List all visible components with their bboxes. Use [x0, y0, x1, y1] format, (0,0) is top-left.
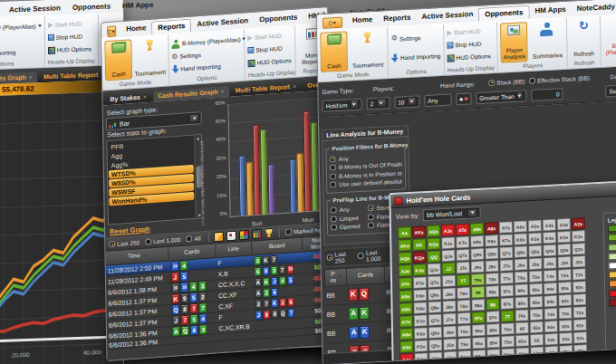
hand-cell-86s[interactable]: 86s: [515, 296, 528, 309]
hand-cell-jts[interactable]: JTs: [457, 262, 470, 274]
hand-cell-84s[interactable]: 84s: [544, 295, 557, 308]
hand-importing-button[interactable]: Hand Importing: [391, 52, 441, 62]
hand-cell-62s[interactable]: 62s: [573, 319, 587, 331]
hand-cell-k5o[interactable]: K5o: [414, 340, 428, 352]
hand-cell-kts[interactable]: KTs: [456, 236, 469, 249]
hand-cell-66[interactable]: 66: [515, 321, 529, 334]
column-header-p-os[interactable]: P os: [325, 268, 347, 285]
hand-cell-qjo[interactable]: QJo: [428, 263, 441, 275]
hand-cell-a6s[interactable]: A6s: [514, 220, 527, 233]
filter-radio-last-1-000[interactable]: Last 1,000: [145, 236, 183, 245]
hand-cell-a7s[interactable]: A7s: [499, 221, 513, 234]
hand-cell-ajo[interactable]: AJo: [399, 264, 412, 277]
hand-cell-a5o[interactable]: A5o: [399, 340, 413, 353]
hand-cell-kqs[interactable]: KQs: [427, 237, 440, 250]
hand-cell-a5s[interactable]: A5s: [528, 219, 542, 232]
start-hud-button[interactable]: Start HUD: [48, 21, 91, 29]
game-type-dropdown[interactable]: Hold'em: [322, 98, 362, 111]
hand-cell-t5s[interactable]: T5s: [529, 270, 543, 283]
stop-hud-button[interactable]: Stop HUD: [48, 33, 91, 41]
comparator-dropdown[interactable]: Greater Than: [476, 90, 526, 104]
bar-chart-icon[interactable]: [251, 229, 261, 240]
preflop-option-any[interactable]: Any: [331, 206, 366, 214]
start-hud-button[interactable]: Start HUD: [447, 27, 490, 36]
hand-cell-ako[interactable]: AKo: [398, 239, 411, 252]
hand-cell-52s[interactable]: 52s: [573, 331, 587, 344]
hand-cell-k8s[interactable]: K8s: [485, 235, 498, 247]
hand-cell-q5o[interactable]: Q5o: [428, 339, 442, 351]
filter-radio-all[interactable]: All: [186, 235, 203, 242]
hand-cell-aqs[interactable]: AQs: [427, 225, 440, 237]
hand-cell-t4s[interactable]: T4s: [544, 270, 557, 283]
close-icon[interactable]: ×: [293, 83, 296, 90]
hand-cell-jto[interactable]: JTo: [442, 275, 456, 288]
hand-cell-j7o[interactable]: J7o: [443, 313, 457, 326]
close-icon[interactable]: ×: [143, 93, 147, 100]
stack-value-input[interactable]: 0: [531, 88, 563, 101]
hand-cell-q7s[interactable]: Q7s: [499, 246, 513, 259]
hand-cell-85s[interactable]: 85s: [529, 295, 543, 308]
hand-cell-k9s[interactable]: K9s: [470, 235, 484, 248]
position-option-use-user-defined-absolute[interactable]: Use user defined absolute: [330, 177, 402, 187]
hand-cell-j9o[interactable]: J9o: [442, 288, 456, 301]
hand-cell-q3s[interactable]: Q3s: [557, 244, 571, 256]
hand-cell-j9s[interactable]: J9s: [471, 261, 485, 273]
player-analysis-button[interactable]: Player Analysis: [500, 22, 528, 63]
hand-cell-82s[interactable]: 82s: [573, 293, 586, 306]
hand-cell-54s[interactable]: 54s: [544, 333, 558, 346]
hand-cell-q4s[interactable]: Q4s: [543, 244, 556, 257]
hand-cell-k9o[interactable]: K9o: [413, 289, 427, 302]
hand-cell-qjs[interactable]: QJs: [441, 249, 455, 262]
trophy-icon[interactable]: [264, 228, 274, 239]
hand-cell-j3s[interactable]: J3s: [557, 256, 571, 269]
hand-cell-t8s[interactable]: T8s: [486, 273, 499, 285]
hand-cell-98s[interactable]: 98s: [486, 285, 499, 298]
target-player-button[interactable]: B-Money (PlayersAlias): [603, 15, 616, 57]
hand-cell-98o[interactable]: 98o: [471, 299, 485, 311]
hand-cell-q8s[interactable]: Q8s: [485, 247, 498, 260]
hand-cell-76o[interactable]: 76o: [501, 322, 515, 335]
hand-cell-t3s[interactable]: T3s: [558, 269, 572, 282]
app-menu-button[interactable]: [107, 25, 116, 37]
hand-cell-j8s[interactable]: J8s: [486, 260, 499, 273]
hand-cell-j7s[interactable]: J7s: [500, 259, 514, 272]
hand-cell-k4s[interactable]: K4s: [543, 232, 556, 244]
settings-button[interactable]: ⚙Settings: [0, 35, 42, 45]
close-icon[interactable]: ×: [29, 74, 33, 81]
player-alias-dropdown[interactable]: B-Money (PlayerAlias): [171, 34, 246, 49]
hand-cell-q8o[interactable]: Q8o: [428, 301, 441, 313]
hand-cell-k6o[interactable]: K6o: [414, 327, 428, 340]
hand-cell-64s[interactable]: 64s: [544, 321, 558, 333]
filter-radio-last-250[interactable]: Last 250: [109, 239, 142, 248]
hand-cell-ajs[interactable]: AJs: [441, 224, 455, 236]
hand-cell-t6s[interactable]: T6s: [515, 271, 528, 283]
hud-options-button[interactable]: HUD Options: [447, 53, 490, 62]
hand-cell-kk[interactable]: KK: [412, 238, 426, 251]
hand-cell-97s[interactable]: 97s: [500, 284, 514, 297]
hand-cell-87o[interactable]: 87o: [486, 311, 500, 323]
hand-cell-t6o[interactable]: T6o: [457, 325, 471, 338]
hand-cell-88[interactable]: 88: [486, 298, 499, 311]
stop-hud-button[interactable]: Stop HUD: [247, 44, 291, 53]
hand-cell-kto[interactable]: KTo: [413, 276, 427, 289]
stats-listbox[interactable]: PFRAggAgg%WTSD%W$SD%W$WSFWonHand%▲▼: [106, 134, 203, 225]
hand-cell-77[interactable]: 77: [501, 310, 515, 322]
hand-cell-86o[interactable]: 86o: [486, 323, 500, 336]
hand-cell-q9o[interactable]: Q9o: [428, 288, 441, 301]
hand-cell-a6o[interactable]: A6o: [399, 328, 413, 340]
hand-cell-53s[interactable]: 53s: [559, 332, 573, 345]
hand-cell-t9o[interactable]: T9o: [457, 287, 470, 300]
hand-cell-95o[interactable]: 95o: [472, 337, 486, 350]
hand-cell-a7o[interactable]: A7o: [399, 315, 413, 328]
refresh-button[interactable]: ↻Refresh: [570, 18, 598, 60]
players-max-dropdown[interactable]: 10: [394, 95, 419, 108]
hand-cell-94s[interactable]: 94s: [544, 283, 557, 295]
hand-cell-t5o[interactable]: T5o: [457, 338, 471, 350]
hand-cell-kjo[interactable]: KJo: [413, 263, 427, 276]
filter-radio-last-1-000[interactable]: Last 1,000: [358, 248, 391, 263]
hand-range-field[interactable]: Any: [424, 93, 451, 107]
hand-cell-k2s[interactable]: K2s: [572, 230, 585, 243]
hand-cell-qts[interactable]: QTs: [456, 249, 469, 262]
column-header-cards[interactable]: Cards: [347, 266, 385, 284]
stop-hud-button[interactable]: Stop HUD: [447, 40, 490, 49]
